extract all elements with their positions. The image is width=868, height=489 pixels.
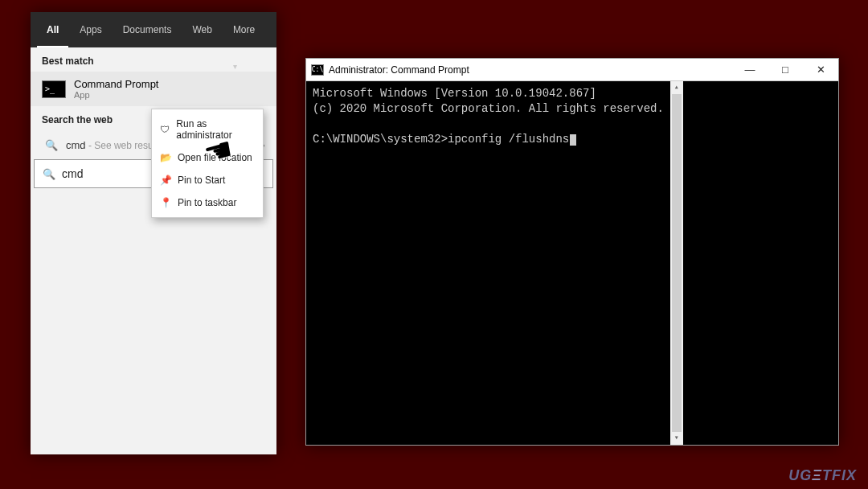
- tab-all[interactable]: All: [37, 12, 68, 47]
- command-prompt-title-icon: C:\: [311, 64, 324, 76]
- maximize-button[interactable]: □: [768, 59, 803, 81]
- watermark: UGΞTFIX: [788, 467, 857, 484]
- text-cursor: [570, 134, 576, 146]
- menu-item-label: Pin to taskbar: [178, 197, 236, 208]
- scroll-down-icon[interactable]: ▾: [674, 432, 679, 445]
- tab-web[interactable]: Web: [182, 12, 221, 47]
- admin-icon: 🛡: [160, 124, 170, 135]
- web-query: cmd: [66, 139, 86, 151]
- scroll-track[interactable]: [670, 94, 683, 432]
- menu-item-label: Pin to Start: [178, 175, 225, 186]
- tab-apps[interactable]: Apps: [70, 12, 111, 47]
- menu-open-file-location[interactable]: 📂 Open file location: [152, 146, 263, 169]
- best-match-result[interactable]: >_ Command Prompt App: [31, 72, 276, 106]
- tab-documents[interactable]: Documents: [113, 12, 182, 47]
- menu-pin-to-start[interactable]: 📌 Pin to Start: [152, 169, 263, 191]
- pin-taskbar-icon: 📍: [160, 197, 171, 208]
- start-search-panel: All Apps Documents Web More Best match >…: [31, 12, 276, 454]
- command-prompt-icon: >_: [42, 80, 66, 98]
- menu-item-label: Run as administrator: [176, 118, 255, 141]
- scroll-thumb[interactable]: [672, 94, 682, 432]
- command-prompt-window: C:\ Administrator: Command Prompt ― □ ✕ …: [305, 58, 839, 446]
- tab-more[interactable]: More: [223, 12, 270, 47]
- best-match-label: Best match: [31, 47, 276, 72]
- terminal-body[interactable]: Microsoft Windows [Version 10.0.19042.86…: [306, 81, 838, 445]
- titlebar[interactable]: C:\ Administrator: Command Prompt ― □ ✕: [306, 59, 838, 81]
- minimize-button[interactable]: ―: [732, 59, 768, 81]
- folder-icon: 📂: [160, 152, 171, 163]
- menu-item-label: Open file location: [178, 152, 252, 163]
- close-button[interactable]: ✕: [803, 59, 838, 81]
- pin-start-icon: 📌: [160, 175, 171, 186]
- menu-pin-to-taskbar[interactable]: 📍 Pin to taskbar: [152, 191, 263, 214]
- search-tabs: All Apps Documents Web More: [31, 12, 276, 47]
- result-title: Command Prompt: [74, 78, 158, 90]
- scroll-up-icon[interactable]: ▴: [674, 81, 679, 94]
- context-menu: 🛡 Run as administrator 📂 Open file locat…: [151, 109, 264, 218]
- scrollbar[interactable]: ▴ ▾: [670, 81, 683, 445]
- result-subtitle: App: [74, 90, 158, 100]
- window-title: Administrator: Command Prompt: [329, 64, 469, 76]
- search-icon: 🔍: [43, 168, 55, 180]
- search-icon: 🔍: [45, 139, 58, 151]
- terminal-output: Microsoft Windows [Version 10.0.19042.86…: [306, 81, 670, 445]
- menu-run-as-administrator[interactable]: 🛡 Run as administrator: [152, 113, 263, 146]
